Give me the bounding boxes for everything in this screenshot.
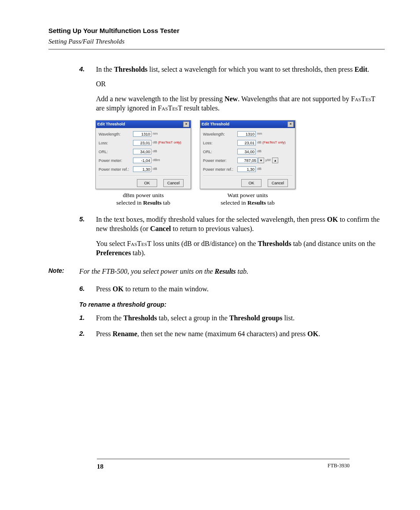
- power-meter-input[interactable]: [237, 158, 258, 163]
- step-number: 6.: [79, 284, 85, 293]
- note-label: Note:: [48, 267, 79, 276]
- chevron-down-icon[interactable]: ▼: [258, 158, 264, 163]
- step-5-para-2: You select FasTesT loss units (dB or dB/…: [96, 239, 385, 258]
- orl-label: ORL:: [99, 149, 133, 154]
- dialogs-row: Edit Threshold × Wavelength: nm Loss:: [96, 120, 385, 207]
- ok-button[interactable]: OK: [241, 179, 262, 187]
- edit-threshold-dialog-dbm: Edit Threshold × Wavelength: nm Loss:: [96, 120, 191, 189]
- power-meter-ref-input[interactable]: [237, 166, 256, 172]
- step-number: 1.: [79, 313, 85, 322]
- power-meter-unit: dBm: [153, 158, 160, 163]
- rename-step-2-para: Press Rename, then set the new name (max…: [96, 329, 385, 339]
- ok-button[interactable]: OK: [137, 179, 157, 187]
- dialog-separator: [203, 176, 292, 176]
- wavelength-unit: nm: [257, 132, 262, 136]
- wavelength-input[interactable]: [133, 131, 151, 137]
- orl-input[interactable]: [237, 149, 256, 154]
- wavelength-label: Wavelength:: [203, 132, 237, 137]
- power-meter-input[interactable]: [133, 158, 151, 163]
- cancel-button[interactable]: Cancel: [163, 179, 184, 187]
- chevron-up-icon[interactable]: ▲: [272, 158, 278, 163]
- note-body: For the FTB-500, you select power units …: [79, 267, 248, 276]
- rename-step-2: 2. Press Rename, then set the new name (…: [79, 329, 385, 339]
- loss-label: Loss:: [99, 140, 133, 146]
- step-4-para-1: In the Thresholds list, select a wavelen…: [96, 65, 385, 74]
- power-meter-ref-label: Power meter ref.:: [203, 167, 237, 172]
- step-number: 4.: [79, 65, 85, 73]
- page-number: 18: [97, 462, 103, 471]
- page-header-subtitle: Setting Pass/Fail Thresholds: [48, 37, 385, 46]
- rename-step-1-para: From the Thresholds tab, select a group …: [96, 313, 385, 323]
- dialog-caption-dbm: dBm power units selected in Results tab: [116, 192, 170, 207]
- model-number: FTB-3930: [328, 462, 350, 471]
- orl-unit: dB: [153, 149, 157, 154]
- step-6-para: Press OK to return to the main window.: [96, 284, 385, 294]
- loss-input[interactable]: [237, 140, 256, 146]
- orl-input[interactable]: [133, 149, 151, 154]
- wavelength-unit: nm: [153, 132, 158, 136]
- power-meter-ref-unit: dB: [153, 167, 157, 172]
- dialog-titlebar: Edit Threshold ×: [200, 121, 295, 128]
- loss-unit: dB (FasTesT only): [257, 140, 286, 145]
- dialog-titlebar: Edit Threshold ×: [96, 121, 191, 128]
- page-footer: 18 FTB-3930: [97, 459, 350, 471]
- wavelength-input[interactable]: [237, 131, 256, 137]
- step-6: 6. Press OK to return to the main window…: [79, 284, 385, 294]
- power-meter-ref-label: Power meter ref.:: [99, 167, 133, 172]
- step-5-para-1: In the text boxes, modify threshold valu…: [96, 215, 385, 234]
- page-header-title: Setting Up Your Multifunction Loss Teste…: [48, 26, 385, 35]
- dialog-title: Edit Threshold: [202, 121, 229, 127]
- step-number: 2.: [79, 329, 85, 338]
- step-5: 5. In the text boxes, modify threshold v…: [79, 215, 385, 258]
- close-icon[interactable]: ×: [183, 121, 189, 127]
- dialog-separator: [99, 176, 188, 176]
- power-meter-ref-unit: dB: [257, 167, 262, 172]
- orl-label: ORL:: [203, 149, 237, 154]
- step-4-para-2: Add a new wavelength to the list by pres…: [96, 94, 385, 113]
- orl-unit: dB: [257, 149, 262, 154]
- power-meter-label: Power meter:: [99, 158, 133, 163]
- loss-input[interactable]: [133, 140, 151, 146]
- step-4-or: OR: [96, 79, 385, 89]
- note: Note: For the FTB-500, you select power …: [48, 267, 385, 276]
- loss-unit: dB (FasTesT only): [153, 140, 181, 145]
- power-meter-ref-input[interactable]: [133, 166, 151, 172]
- step-number: 5.: [79, 215, 85, 224]
- rename-step-1: 1. From the Thresholds tab, select a gro…: [79, 313, 385, 323]
- cancel-button[interactable]: Cancel: [268, 179, 288, 187]
- step-4: 4. In the Thresholds list, select a wave…: [79, 65, 385, 207]
- dialog-title: Edit Threshold: [97, 121, 125, 127]
- close-icon[interactable]: ×: [287, 121, 294, 127]
- header-divider: [48, 49, 385, 50]
- power-meter-label: Power meter:: [203, 158, 237, 163]
- wavelength-label: Wavelength:: [99, 132, 133, 137]
- power-meter-unit: µW: [265, 158, 271, 163]
- dialog-caption-watt: Watt power units selected in Results tab: [221, 192, 275, 207]
- loss-label: Loss:: [203, 140, 237, 146]
- edit-threshold-dialog-watt: Edit Threshold × Wavelength: nm Loss:: [200, 120, 295, 189]
- rename-subheading: To rename a threshold group:: [79, 301, 385, 309]
